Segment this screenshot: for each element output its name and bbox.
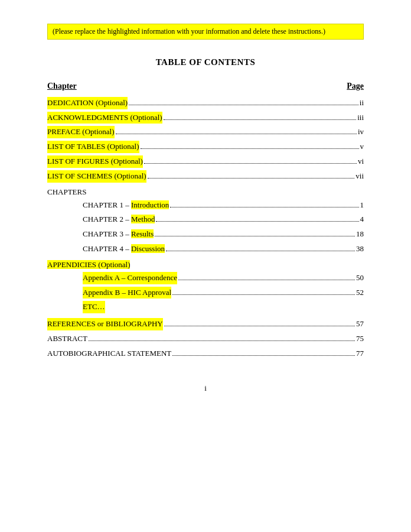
- footer-page-number: i: [204, 384, 207, 392]
- frontmatter-section: DEDICATION (Optional) ii ACKNOWLEDGMENTS…: [47, 97, 364, 183]
- toc-entry-appendix-a: Appendix A – Correspondence 50: [47, 272, 364, 284]
- chapter1-highlight: Introduction: [131, 200, 169, 209]
- toc-entry-chapter4: CHAPTER 4 – Discussion 38: [47, 243, 364, 255]
- toc-entry-preface: PREFACE (Optional) iv: [47, 126, 364, 138]
- abstract-dots: [89, 340, 355, 341]
- page: (Please replace the highlighted informat…: [0, 0, 411, 532]
- chapter3-page: 18: [356, 228, 364, 241]
- appendices-label: APPENDICIES (Optional): [47, 260, 364, 270]
- chapter2-page: 4: [360, 213, 364, 226]
- toc-entry-list-figures: LIST OF FIGURES (Optional) vi: [47, 155, 364, 168]
- chapter2-dots: [156, 221, 358, 222]
- toc-title: TABLE OF CONTENTS: [47, 57, 364, 67]
- list-schemes-dots: [148, 178, 355, 179]
- instruction-banner: (Please replace the highlighted informat…: [47, 24, 364, 40]
- chapter1-page: 1: [360, 199, 364, 212]
- appendix-b-dots: [172, 294, 355, 295]
- appendices-label-text: APPENDICIES (Optional): [47, 260, 130, 269]
- abstract-page: 75: [356, 333, 364, 345]
- chapter4-dots: [166, 251, 355, 251]
- toc-entry-autobiographical: AUTOBIOGRAPHICAL STATEMENT 77: [47, 348, 364, 360]
- references-text: REFERENCES or BIBLIOGRAPHY: [47, 318, 163, 330]
- page-header: Page: [347, 82, 364, 91]
- chapters-section: CHAPTERS CHAPTER 1 – Introduction 1 CHAP…: [47, 187, 364, 255]
- chapter3-text: CHAPTER 3 – Results: [83, 228, 154, 241]
- references-page: 57: [356, 318, 364, 330]
- list-tables-text: LIST OF TABLES (Optional): [47, 141, 139, 153]
- toc-entry-list-tables: LIST OF TABLES (Optional) v: [47, 141, 364, 153]
- instruction-text: (Please replace the highlighted informat…: [53, 27, 325, 35]
- toc-column-headers: Chapter Page: [47, 82, 364, 91]
- etc-text: ETC…: [83, 301, 105, 313]
- acknowledgments-dots: [164, 119, 357, 120]
- toc-entry-etc: ETC…: [47, 301, 364, 313]
- chapter3-dots: [155, 236, 355, 236]
- preface-page: iv: [358, 126, 364, 138]
- chapter4-page: 38: [356, 243, 364, 255]
- toc-entry-dedication: DEDICATION (Optional) ii: [47, 97, 364, 109]
- chapter4-text: CHAPTER 4 – Discussion: [83, 243, 165, 255]
- appendix-a-page: 50: [356, 272, 364, 284]
- autobiographical-text: AUTOBIOGRAPHICAL STATEMENT: [47, 348, 171, 360]
- chapter2-text: CHAPTER 2 – Method: [83, 213, 155, 226]
- autobiographical-dots: [172, 355, 355, 356]
- backmatter-section: REFERENCES or BIBLIOGRAPHY 57 ABSTRACT 7…: [47, 318, 364, 359]
- chapter1-text: CHAPTER 1 – Introduction: [83, 199, 169, 212]
- toc-entry-abstract: ABSTRACT 75: [47, 333, 364, 345]
- chapter3-highlight: Results: [131, 229, 154, 238]
- list-tables-page: v: [360, 141, 364, 153]
- toc-entry-appendix-b: Appendix B – HIC Approval 52: [47, 287, 364, 299]
- dedication-dots: [129, 105, 358, 105]
- page-footer: i: [47, 384, 364, 393]
- dedication-text: DEDICATION (Optional): [47, 97, 128, 109]
- toc-entry-references: REFERENCES or BIBLIOGRAPHY 57: [47, 318, 364, 330]
- chapter-header: Chapter: [47, 82, 77, 91]
- abstract-text: ABSTRACT: [47, 333, 87, 345]
- chapter4-highlight: Discussion: [131, 244, 165, 253]
- toc-entry-list-schemes: LIST OF SCHEMES (Optional) vii: [47, 170, 364, 183]
- chapter1-dots: [170, 207, 358, 207]
- acknowledgments-text: ACKNOWLEDGMENTS (Optional): [47, 112, 162, 124]
- toc-entry-acknowledgments: ACKNOWLEDGMENTS (Optional) iii: [47, 112, 364, 124]
- dedication-page: ii: [360, 97, 364, 109]
- appendix-b-page: 52: [356, 287, 364, 299]
- toc-entry-chapter1: CHAPTER 1 – Introduction 1: [47, 199, 364, 212]
- appendix-a-text: Appendix A – Correspondence: [83, 272, 177, 284]
- chapter2-highlight: Method: [131, 215, 155, 223]
- list-schemes-page: vii: [355, 170, 364, 183]
- appendix-b-text: Appendix B – HIC Approval: [83, 287, 171, 299]
- acknowledgments-page: iii: [357, 112, 364, 124]
- list-schemes-text: LIST OF SCHEMES (Optional): [47, 170, 146, 183]
- toc-entry-chapter2: CHAPTER 2 – Method 4: [47, 213, 364, 226]
- appendix-a-dots: [178, 280, 355, 280]
- toc-entry-chapter3: CHAPTER 3 – Results 18: [47, 228, 364, 241]
- references-dots: [164, 326, 355, 326]
- list-figures-page: vi: [358, 155, 364, 168]
- list-tables-dots: [141, 148, 359, 149]
- preface-text: PREFACE (Optional): [47, 126, 115, 138]
- autobiographical-page: 77: [356, 348, 364, 360]
- appendices-section: APPENDICIES (Optional) Appendix A – Corr…: [47, 260, 364, 313]
- list-figures-text: LIST OF FIGURES (Optional): [47, 155, 143, 168]
- chapters-label: CHAPTERS: [47, 187, 364, 197]
- preface-dots: [116, 134, 357, 134]
- list-figures-dots: [144, 163, 357, 164]
